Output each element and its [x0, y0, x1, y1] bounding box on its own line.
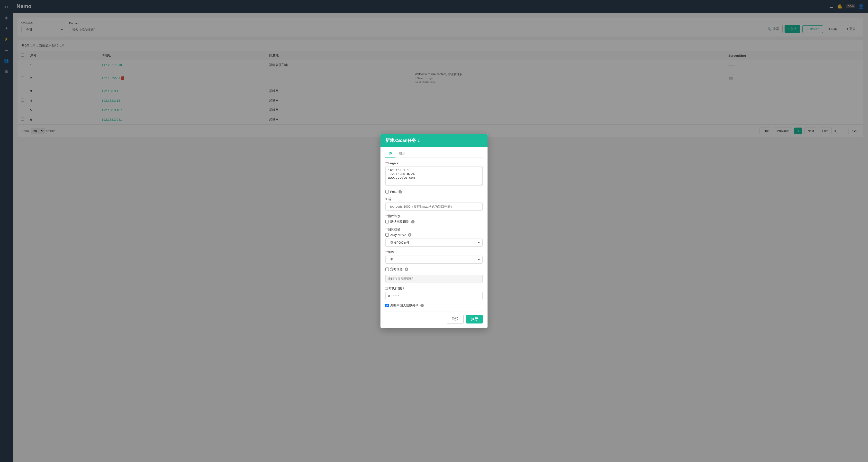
modal-info-icon[interactable]: ℹ — [418, 138, 420, 143]
scheduled-desc-group — [385, 275, 483, 283]
fofa-group: Fofa ℹ — [385, 190, 483, 194]
fingerprint-group: **指纹识别 默认指纹识别 ℹ — [385, 214, 483, 224]
modal-tabs: IP 组织 — [385, 147, 483, 158]
scheduled-desc-input[interactable] — [385, 275, 483, 283]
fofa-checkbox[interactable] — [385, 190, 389, 194]
ip-port-group: IP端口: — [385, 197, 483, 210]
ignore-overseas-row: 忽略中国大陆以外IP ℹ — [385, 303, 483, 308]
ip-port-input[interactable] — [385, 203, 483, 210]
scheduled-group: 定时任务 ℹ — [385, 267, 483, 271]
tab-org[interactable]: 组织 — [395, 150, 409, 158]
modal-title: 新建XScan任务 — [385, 138, 416, 143]
org-modal-group: **组织 --无-- — [385, 250, 483, 264]
fofa-info-icon[interactable]: ℹ — [399, 190, 402, 194]
default-fp-checkbox-row: 默认指纹识别 ℹ — [385, 220, 483, 224]
vuln-scan-group: **漏洞扫描 XrayPocV2 ℹ --选择POC文件-- — [385, 227, 483, 247]
targets-group: **Targets: 192.168.1.1 172.16.80.0/24 ww… — [385, 162, 483, 186]
scheduled-checkbox[interactable] — [385, 267, 389, 271]
targets-label: **Targets: — [385, 162, 483, 165]
xraypocv2-checkbox[interactable] — [385, 233, 389, 237]
scheduled-checkbox-row: 定时任务 ℹ — [385, 267, 483, 271]
fofa-checkbox-row: Fofa ℹ — [385, 190, 483, 194]
default-fp-checkbox[interactable] — [385, 220, 389, 224]
overseas-info-icon[interactable]: ℹ — [421, 304, 424, 307]
xray-info-icon[interactable]: ℹ — [408, 233, 411, 237]
ignore-overseas-checkbox[interactable] — [385, 304, 389, 307]
xscan-modal: 新建XScan任务 ℹ IP 组织 **Targets: 192.168.1.1… — [380, 134, 488, 328]
cron-group: 定时执行规则 — [385, 286, 483, 300]
fingerprint-label: **指纹识别 — [385, 214, 483, 218]
modal-body: IP 组织 **Targets: 192.168.1.1 172.16.80.0… — [380, 147, 488, 328]
vuln-scan-label: **漏洞扫描 — [385, 227, 483, 232]
cancel-button[interactable]: 取消 — [447, 315, 464, 323]
fp-info-icon[interactable]: ℹ — [411, 220, 414, 224]
tab-ip[interactable]: IP — [385, 150, 395, 158]
targets-textarea[interactable]: 192.168.1.1 172.16.80.0/24 www.google.co… — [385, 166, 483, 186]
cron-input[interactable] — [385, 292, 483, 300]
ignore-overseas-group: 忽略中国大陆以外IP ℹ — [385, 303, 483, 308]
modal-header: 新建XScan任务 ℹ — [380, 134, 488, 147]
org-modal-select[interactable]: --无-- — [385, 256, 483, 264]
execute-button[interactable]: 执行 — [466, 315, 483, 323]
poc-select[interactable]: --选择POC文件-- — [385, 238, 483, 247]
cron-label: 定时执行规则 — [385, 286, 483, 291]
modal-overlay: 新建XScan任务 ℹ IP 组织 **Targets: 192.168.1.1… — [0, 0, 868, 462]
org-modal-label: **组织 — [385, 250, 483, 254]
xraypocv2-checkbox-row: XrayPocV2 ℹ — [385, 233, 483, 237]
scheduled-info-icon[interactable]: ℹ — [405, 267, 408, 271]
ip-port-label: IP端口: — [385, 197, 483, 201]
modal-footer: 取消 执行 — [385, 312, 483, 323]
